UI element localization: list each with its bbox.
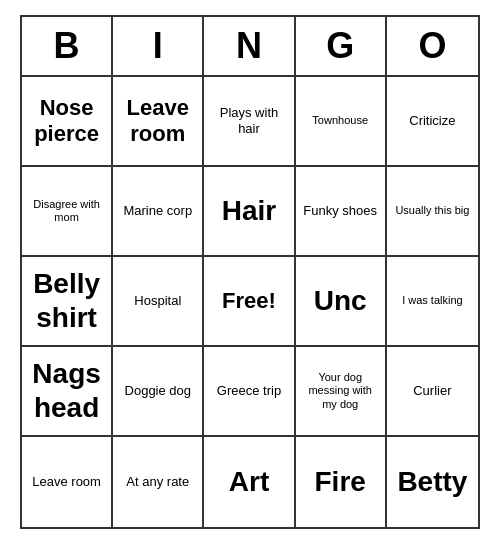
bingo-card: BINGO Nose pierceLeave roomPlays with ha… <box>20 15 480 529</box>
bingo-cell-16: Doggie dog <box>113 347 204 437</box>
bingo-cell-11: Hospital <box>113 257 204 347</box>
bingo-cell-22: Art <box>204 437 295 527</box>
header-letter-g: G <box>296 17 387 75</box>
bingo-cell-0: Nose pierce <box>22 77 113 167</box>
header-letter-b: B <box>22 17 113 75</box>
header-letter-i: I <box>113 17 204 75</box>
bingo-cell-6: Marine corp <box>113 167 204 257</box>
bingo-cell-19: Curlier <box>387 347 478 437</box>
bingo-cell-23: Fire <box>296 437 387 527</box>
bingo-cell-5: Disagree with mom <box>22 167 113 257</box>
bingo-cell-13: Unc <box>296 257 387 347</box>
bingo-cell-10: Belly shirt <box>22 257 113 347</box>
bingo-header: BINGO <box>22 17 478 77</box>
header-letter-o: O <box>387 17 478 75</box>
bingo-cell-3: Townhouse <box>296 77 387 167</box>
bingo-cell-9: Usually this big <box>387 167 478 257</box>
bingo-cell-7: Hair <box>204 167 295 257</box>
bingo-cell-8: Funky shoes <box>296 167 387 257</box>
bingo-cell-21: At any rate <box>113 437 204 527</box>
bingo-cell-12: Free! <box>204 257 295 347</box>
bingo-cell-17: Greece trip <box>204 347 295 437</box>
bingo-cell-18: Your dog messing with my dog <box>296 347 387 437</box>
bingo-cell-1: Leave room <box>113 77 204 167</box>
bingo-cell-2: Plays with hair <box>204 77 295 167</box>
bingo-cell-14: I was talking <box>387 257 478 347</box>
bingo-cell-4: Criticize <box>387 77 478 167</box>
header-letter-n: N <box>204 17 295 75</box>
bingo-cell-15: Nags head <box>22 347 113 437</box>
bingo-cell-24: Betty <box>387 437 478 527</box>
bingo-grid: Nose pierceLeave roomPlays with hairTown… <box>22 77 478 527</box>
bingo-cell-20: Leave room <box>22 437 113 527</box>
